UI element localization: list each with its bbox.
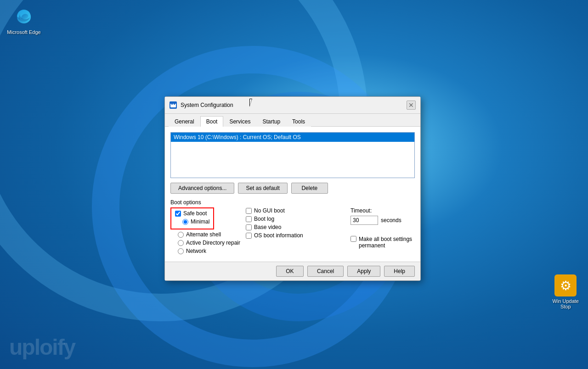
dialog-icon bbox=[170, 101, 177, 109]
safe-boot-highlight-box: Safe boot Minimal bbox=[170, 207, 214, 229]
svg-rect-4 bbox=[174, 103, 175, 105]
active-directory-repair-radio-row[interactable]: Active Directory repair bbox=[178, 240, 240, 246]
timeout-label: Timeout: bbox=[351, 207, 415, 214]
tab-boot[interactable]: Boot bbox=[200, 116, 224, 127]
boot-log-row[interactable]: Boot log bbox=[246, 216, 303, 222]
permanent-label: Make all boot settings permanent bbox=[359, 236, 415, 249]
edge-icon bbox=[13, 6, 35, 28]
boot-log-label: Boot log bbox=[254, 216, 274, 222]
permanent-area: Make all boot settings permanent bbox=[351, 236, 415, 249]
timeout-unit: seconds bbox=[381, 217, 401, 224]
boot-options-label: Boot options bbox=[170, 199, 240, 206]
dialog-tabs: General Boot Services Startup Tools bbox=[165, 114, 420, 127]
watermark: uploify bbox=[9, 335, 75, 360]
dialog-button-row: Advanced options... Set as default Delet… bbox=[170, 183, 415, 194]
dialog-close-button[interactable]: ✕ bbox=[407, 101, 416, 110]
ok-button[interactable]: OK bbox=[276, 266, 304, 277]
base-video-checkbox[interactable] bbox=[246, 224, 252, 230]
alternate-shell-label: Alternate shell bbox=[186, 231, 221, 238]
tab-services[interactable]: Services bbox=[223, 116, 256, 127]
win-update-stop-icon[interactable]: Win UpdateStop bbox=[553, 274, 579, 309]
advanced-options-button[interactable]: Advanced options... bbox=[170, 183, 234, 194]
os-boot-info-label: OS boot information bbox=[254, 232, 303, 239]
tab-general[interactable]: General bbox=[169, 116, 200, 127]
base-video-row[interactable]: Base video bbox=[246, 224, 303, 230]
safe-boot-checkbox[interactable] bbox=[175, 211, 181, 217]
delete-button[interactable]: Delete bbox=[291, 183, 328, 194]
minimal-radio-row[interactable]: Minimal bbox=[182, 218, 209, 225]
timeout-area: Timeout: seconds Make all boot settings … bbox=[351, 207, 415, 249]
win-update-icon-image bbox=[554, 274, 577, 296]
boot-log-checkbox[interactable] bbox=[246, 216, 252, 222]
dialog-content: Windows 10 (C:\Windows) : Current OS; De… bbox=[165, 127, 420, 262]
boot-options-left: Boot options Safe boot Minimal Alt bbox=[170, 199, 240, 256]
network-label: Network bbox=[186, 248, 206, 254]
win-update-label: Win UpdateStop bbox=[553, 298, 579, 309]
alternate-shell-radio-row[interactable]: Alternate shell bbox=[178, 231, 240, 238]
network-radio-row[interactable]: Network bbox=[178, 248, 240, 254]
dialog-footer: OK Cancel Apply Help bbox=[165, 262, 420, 280]
os-list[interactable]: Windows 10 (C:\Windows) : Current OS; De… bbox=[170, 132, 415, 178]
edge-icon-label: Microsoft Edge bbox=[7, 29, 40, 35]
cancel-button[interactable]: Cancel bbox=[307, 266, 344, 277]
svg-rect-2 bbox=[170, 104, 176, 107]
os-boot-info-checkbox[interactable] bbox=[246, 233, 252, 239]
safe-boot-label: Safe boot bbox=[183, 210, 207, 217]
permanent-checkbox-row[interactable]: Make all boot settings permanent bbox=[351, 236, 415, 249]
active-directory-repair-label: Active Directory repair bbox=[186, 240, 240, 246]
timeout-input[interactable] bbox=[351, 216, 378, 225]
timeout-input-row: seconds bbox=[351, 216, 415, 225]
network-radio[interactable] bbox=[178, 248, 184, 254]
tab-startup[interactable]: Startup bbox=[256, 116, 286, 127]
active-directory-repair-radio[interactable] bbox=[178, 240, 184, 246]
boot-options-right: No GUI boot Boot log Base video OS boot … bbox=[246, 207, 303, 240]
minimal-radio[interactable] bbox=[182, 219, 188, 225]
safe-boot-checkbox-row[interactable]: Safe boot bbox=[175, 210, 209, 217]
help-button[interactable]: Help bbox=[384, 266, 415, 277]
no-gui-boot-checkbox[interactable] bbox=[246, 208, 252, 214]
set-as-default-button[interactable]: Set as default bbox=[238, 183, 287, 194]
apply-button[interactable]: Apply bbox=[347, 266, 380, 277]
os-boot-info-row[interactable]: OS boot information bbox=[246, 232, 303, 239]
dialog-title: System Configuration bbox=[181, 102, 407, 108]
base-video-label: Base video bbox=[254, 224, 281, 230]
no-gui-boot-row[interactable]: No GUI boot bbox=[246, 207, 303, 214]
dialog-titlebar: System Configuration ✕ bbox=[165, 97, 420, 114]
minimal-label: Minimal bbox=[191, 218, 209, 225]
tab-tools[interactable]: Tools bbox=[286, 116, 311, 127]
system-configuration-dialog: System Configuration ✕ General Boot Serv… bbox=[164, 96, 421, 281]
svg-rect-3 bbox=[171, 103, 173, 105]
alternate-shell-radio[interactable] bbox=[178, 232, 184, 238]
desktop-icon-edge[interactable]: Microsoft Edge bbox=[6, 6, 42, 35]
no-gui-boot-label: No GUI boot bbox=[254, 207, 285, 214]
os-list-item-win10[interactable]: Windows 10 (C:\Windows) : Current OS; De… bbox=[171, 133, 414, 142]
boot-options-area: Boot options Safe boot Minimal Alt bbox=[170, 199, 415, 256]
permanent-checkbox[interactable] bbox=[351, 236, 356, 242]
